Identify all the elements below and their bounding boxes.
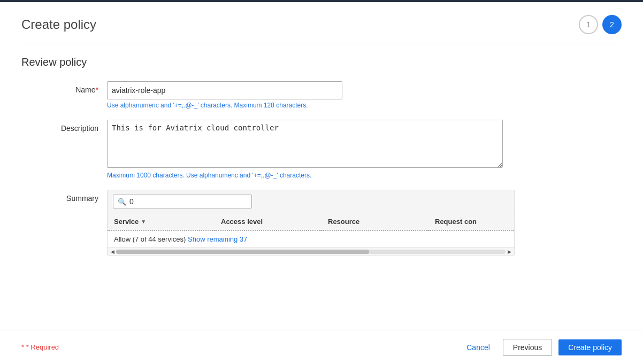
search-input-wrap[interactable]: 🔍 xyxy=(113,195,252,208)
page-title: Create policy xyxy=(21,17,96,32)
allow-cell: Allow (7 of 44 services) Show remaining … xyxy=(108,230,514,247)
cancel-button[interactable]: Cancel xyxy=(460,340,496,355)
search-icon: 🔍 xyxy=(118,198,126,206)
description-row: Description This is for Aviatrix cloud c… xyxy=(21,120,503,179)
table-header-row: Service ▼ Access level Resource xyxy=(108,213,514,230)
content-area: Review policy Name* Use alphanumeric and… xyxy=(21,43,622,309)
horizontal-scrollbar[interactable]: ◀ ▶ xyxy=(108,247,514,255)
scroll-track[interactable] xyxy=(116,250,506,254)
footer-actions: Cancel Previous Create policy xyxy=(460,339,622,356)
section-title: Review policy xyxy=(21,56,622,68)
step-2: 2 xyxy=(602,15,622,34)
service-column-header: Service ▼ xyxy=(108,213,215,230)
table-body: Allow (7 of 44 services) Show remaining … xyxy=(108,230,514,247)
form-section: Name* Use alphanumeric and '+=,.@-_' cha… xyxy=(21,81,503,255)
name-row: Name* Use alphanumeric and '+=,.@-_' cha… xyxy=(21,81,503,109)
summary-search-bar: 🔍 xyxy=(108,190,514,213)
summary-row: Summary 🔍 xyxy=(21,190,503,255)
name-required: * xyxy=(96,86,98,94)
summary-search-input[interactable] xyxy=(129,197,247,206)
previous-button[interactable]: Previous xyxy=(503,339,552,356)
table-header: Service ▼ Access level Resource xyxy=(108,213,514,230)
step-1: 1 xyxy=(579,15,598,34)
name-field: Use alphanumeric and '+=,.@-_' character… xyxy=(107,81,503,109)
summary-container: 🔍 Service ▼ xyxy=(107,190,515,255)
scroll-left-arrow[interactable]: ◀ xyxy=(109,248,116,255)
scroll-thumb xyxy=(116,250,369,254)
description-field: This is for Aviatrix cloud controller Ma… xyxy=(107,120,503,179)
step-indicators: 1 2 xyxy=(579,15,622,34)
name-input[interactable] xyxy=(107,81,342,99)
service-sort-arrow[interactable]: ▼ xyxy=(141,219,146,224)
scroll-right-arrow[interactable]: ▶ xyxy=(506,248,513,255)
page-header: Create policy 1 2 xyxy=(21,2,622,43)
summary-field: 🔍 Service ▼ xyxy=(107,190,515,255)
summary-table: Service ▼ Access level Resource xyxy=(108,213,514,247)
name-hint: Use alphanumeric and '+=,.@-_' character… xyxy=(107,102,503,109)
name-label: Name* xyxy=(21,81,107,109)
description-textarea[interactable]: This is for Aviatrix cloud controller xyxy=(107,120,503,168)
create-policy-button[interactable]: Create policy xyxy=(558,339,622,355)
required-star: * xyxy=(21,343,26,351)
description-label: Description xyxy=(21,120,107,179)
summary-label: Summary xyxy=(21,190,107,255)
footer-bar: * * Required Cancel Previous Create poli… xyxy=(0,330,643,364)
request-column-header: Request con xyxy=(428,213,514,230)
access-level-column-header: Access level xyxy=(215,213,322,230)
allow-row: Allow (7 of 44 services) Show remaining … xyxy=(108,230,514,247)
show-remaining-link[interactable]: Show remaining 37 xyxy=(188,235,247,243)
required-note: * * Required xyxy=(21,343,59,351)
resource-column-header: Resource xyxy=(322,213,428,230)
description-hint: Maximum 1000 characters. Use alphanumeri… xyxy=(107,172,503,179)
